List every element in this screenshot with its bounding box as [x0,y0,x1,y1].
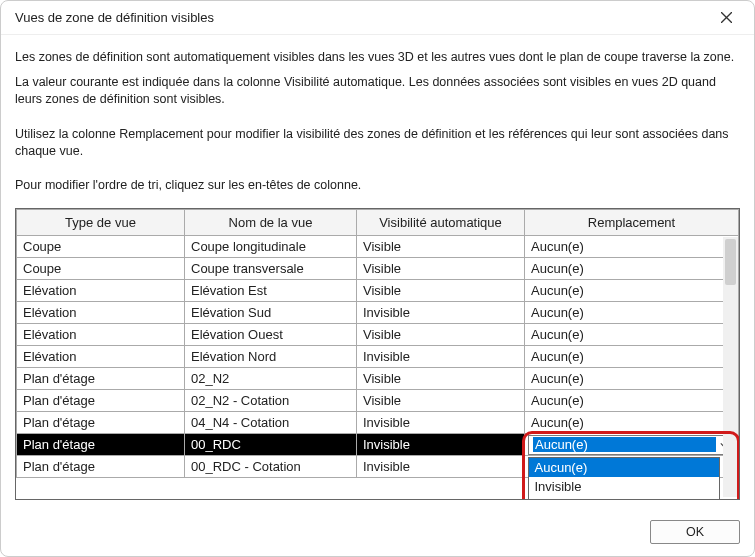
cell-replacement[interactable]: Aucun(e) [525,280,739,302]
vertical-scrollbar[interactable] [723,237,738,497]
cell-auto[interactable]: Invisible [357,434,525,456]
table-row[interactable]: Plan d'étage00_RDCInvisibleAucun(e) [17,434,739,456]
dropdown-option[interactable]: Aucun(e) [529,458,719,477]
cell-type[interactable]: Plan d'étage [17,368,185,390]
cell-name[interactable]: Coupe transversale [185,258,357,280]
intro-paragraph-3: Utilisez la colonne Remplacement pour mo… [15,126,740,160]
cell-replacement[interactable]: Aucun(e) [525,302,739,324]
cell-name[interactable]: 00_RDC [185,434,357,456]
dialog-window: Vues de zone de définition visibles Les … [0,0,755,557]
table-row[interactable]: Plan d'étage04_N4 - CotationInvisibleAuc… [17,412,739,434]
cell-type[interactable]: Plan d'étage [17,434,185,456]
cell-type[interactable]: Coupe [17,236,185,258]
cell-replacement[interactable]: Aucun(e) [525,390,739,412]
cell-type[interactable]: Coupe [17,258,185,280]
dropdown-option[interactable]: Invisible [529,477,719,496]
table-row[interactable]: ElévationElévation NordInvisibleAucun(e) [17,346,739,368]
table-row[interactable]: CoupeCoupe transversaleVisibleAucun(e) [17,258,739,280]
window-title: Vues de zone de définition visibles [15,10,214,25]
replacement-combobox[interactable]: Aucun(e) [528,435,735,455]
cell-name[interactable]: 04_N4 - Cotation [185,412,357,434]
dialog-footer: OK [1,512,754,556]
cell-replacement[interactable]: Aucun(e) [525,346,739,368]
combobox-selected-value: Aucun(e) [533,437,716,452]
cell-type[interactable]: Elévation [17,324,185,346]
table-row[interactable]: CoupeCoupe longitudinaleVisibleAucun(e) [17,236,739,258]
cell-name[interactable]: Elévation Ouest [185,324,357,346]
cell-name[interactable]: Elévation Nord [185,346,357,368]
views-table: Type de vue Nom de la vue Visibilité aut… [16,209,739,478]
cell-type[interactable]: Plan d'étage [17,412,185,434]
table-row[interactable]: ElévationElévation OuestVisibleAucun(e) [17,324,739,346]
cell-name[interactable]: 02_N2 - Cotation [185,390,357,412]
cell-type[interactable]: Plan d'étage [17,390,185,412]
cell-auto[interactable]: Visible [357,236,525,258]
cell-name[interactable]: 00_RDC - Cotation [185,456,357,478]
intro-paragraph-2: La valeur courante est indiquée dans la … [15,74,740,108]
close-icon [721,12,732,23]
col-header-name[interactable]: Nom de la vue [185,210,357,236]
cell-name[interactable]: 02_N2 [185,368,357,390]
cell-auto[interactable]: Visible [357,324,525,346]
cell-name[interactable]: Coupe longitudinale [185,236,357,258]
col-header-auto[interactable]: Visibilité automatique [357,210,525,236]
cell-auto[interactable]: Visible [357,390,525,412]
cell-replacement[interactable]: Aucun(e) [525,236,739,258]
cell-replacement[interactable]: Aucun(e) [525,368,739,390]
replacement-dropdown[interactable]: Aucun(e)InvisibleVisible [528,457,720,500]
cell-type[interactable]: Plan d'étage [17,456,185,478]
cell-auto[interactable]: Invisible [357,412,525,434]
cell-auto[interactable]: Visible [357,280,525,302]
intro-paragraph-4: Pour modifier l'ordre de tri, cliquez su… [15,177,740,194]
cell-name[interactable]: Elévation Est [185,280,357,302]
cell-name[interactable]: Elévation Sud [185,302,357,324]
cell-auto[interactable]: Visible [357,368,525,390]
close-button[interactable] [710,6,742,30]
dialog-body: Les zones de définition sont automatique… [1,35,754,512]
col-header-replace[interactable]: Remplacement [525,210,739,236]
col-header-type[interactable]: Type de vue [17,210,185,236]
cell-auto[interactable]: Invisible [357,456,525,478]
cell-replacement[interactable]: Aucun(e) [525,258,739,280]
table-row[interactable]: ElévationElévation EstVisibleAucun(e) [17,280,739,302]
table-header-row: Type de vue Nom de la vue Visibilité aut… [17,210,739,236]
cell-auto[interactable]: Invisible [357,302,525,324]
cell-replacement[interactable]: Aucun(e) [525,324,739,346]
table-row[interactable]: Plan d'étage02_N2VisibleAucun(e) [17,368,739,390]
cell-auto[interactable]: Visible [357,258,525,280]
table-container: Type de vue Nom de la vue Visibilité aut… [15,208,740,500]
table-row[interactable]: Plan d'étage02_N2 - CotationVisibleAucun… [17,390,739,412]
scrollbar-thumb[interactable] [725,239,736,285]
cell-replacement[interactable]: Aucun(e) [525,434,739,456]
cell-type[interactable]: Elévation [17,302,185,324]
cell-replacement[interactable]: Aucun(e) [525,412,739,434]
cell-auto[interactable]: Invisible [357,346,525,368]
intro-paragraph-1: Les zones de définition sont automatique… [15,49,740,66]
table-row[interactable]: ElévationElévation SudInvisibleAucun(e) [17,302,739,324]
ok-button[interactable]: OK [650,520,740,544]
titlebar: Vues de zone de définition visibles [1,1,754,35]
cell-type[interactable]: Elévation [17,346,185,368]
dropdown-option[interactable]: Visible [529,496,719,500]
cell-type[interactable]: Elévation [17,280,185,302]
